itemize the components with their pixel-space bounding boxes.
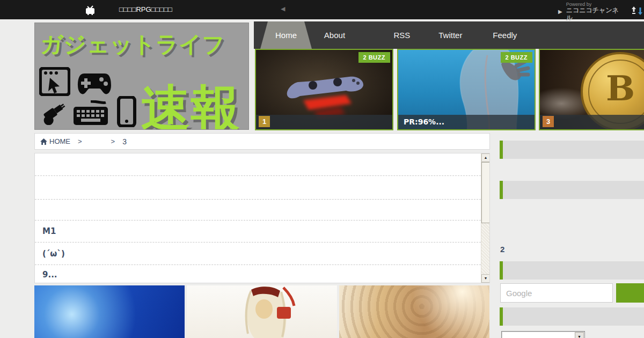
main-nav: Home About RSS Twitter Feedly xyxy=(254,21,644,49)
gamepad-icon xyxy=(77,71,112,96)
featured-article-3[interactable]: B 3 xyxy=(539,49,644,130)
home-icon xyxy=(40,138,47,145)
scrollbar-thumb[interactable] xyxy=(481,162,490,223)
breadcrumb-home-label: HOME xyxy=(49,137,70,145)
buzz-badge: 2 BUZZ xyxy=(358,52,391,63)
sidebar-widget-header xyxy=(500,307,644,326)
site-logo-text-line1: ガジェットライフ xyxy=(40,30,246,60)
article-thumbnail-underwater[interactable] xyxy=(34,285,185,338)
article-list-item[interactable]: (´ω`) xyxy=(35,243,481,265)
usb-plug-icon xyxy=(39,98,68,125)
smartphone-icon xyxy=(115,96,138,127)
article-list-item[interactable] xyxy=(35,200,481,221)
niconico-channel-label: ニコニコチャンネル xyxy=(566,7,625,22)
site-logo[interactable]: ガジェットライフ xyxy=(34,23,249,130)
browser-cursor-icon xyxy=(39,67,70,96)
dropdown-arrow-icon: ▼ xyxy=(575,332,584,338)
tv-icon[interactable] xyxy=(84,3,97,18)
breadcrumb-separator: > xyxy=(111,137,115,145)
channel-title[interactable]: □□□□RPG□□□□□ xyxy=(119,5,172,13)
site-logo-text-line2: 速報 xyxy=(141,83,240,130)
featured-caption: PR:96%... xyxy=(398,115,535,129)
article-list-item[interactable] xyxy=(35,176,481,200)
sidebar-count-label: 2 xyxy=(500,245,504,254)
tab-feedly[interactable]: Feedly xyxy=(484,21,526,49)
article-list-item[interactable]: M1 xyxy=(35,221,481,243)
featured-article-1[interactable]: 2 BUZZ 1 xyxy=(255,49,393,130)
google-search-input[interactable] xyxy=(500,283,613,303)
sidebar-widget-header xyxy=(500,181,644,199)
search-button[interactable] xyxy=(616,283,644,303)
powered-by-block[interactable]: ▶ Powered by ニコニコチャンネル xyxy=(558,2,644,22)
article-thumbnail-hairstyle[interactable] xyxy=(339,285,489,338)
breadcrumb-current-page: 3 xyxy=(122,137,127,146)
breadcrumb-home-link[interactable]: HOME xyxy=(40,137,70,145)
tab-twitter[interactable]: Twitter xyxy=(429,21,472,49)
featured-caption xyxy=(540,115,644,129)
caret-right-icon: ▶ xyxy=(558,9,562,14)
tab-about[interactable]: About xyxy=(316,21,353,49)
scrollbar-down-arrow-icon[interactable]: ▼ xyxy=(481,274,490,283)
tab-rss[interactable]: RSS xyxy=(386,21,418,49)
rank-badge: 3 xyxy=(543,116,554,127)
tab-home[interactable]: Home xyxy=(260,21,312,49)
article-list: M1 (´ω`) 9... ▲ ▼ xyxy=(34,153,490,283)
rank-badge: 1 xyxy=(259,116,270,127)
collapse-left-icon[interactable]: ◀ xyxy=(281,5,285,12)
featured-article-2[interactable]: 2 BUZZ PR:96%... xyxy=(397,49,536,130)
breadcrumb-separator: > xyxy=(78,137,82,145)
list-scrollbar[interactable]: ▲ ▼ xyxy=(481,153,489,283)
upload-download-arrows-icon[interactable] xyxy=(630,5,644,19)
breadcrumb: HOME > > 3 xyxy=(34,133,490,150)
archive-dropdown[interactable]: ▼ xyxy=(501,331,585,338)
keyboard-icon xyxy=(72,100,109,126)
scrollbar-up-arrow-icon[interactable]: ▲ xyxy=(481,153,490,162)
buzz-badge: 2 BUZZ xyxy=(501,52,533,63)
sidebar-widget-header xyxy=(500,141,644,159)
logo-gadget-icons xyxy=(39,67,141,129)
article-list-item[interactable]: 9... xyxy=(35,265,481,283)
article-thumbnail-anime[interactable] xyxy=(187,285,337,338)
top-bar: □□□□RPG□□□□□ ◀ ▶ Powered by ニコニコチャンネル xyxy=(0,0,644,19)
page: □□□□RPG□□□□□ ◀ ▶ Powered by ニコニコチャンネル ガジ… xyxy=(0,0,644,338)
article-list-item[interactable] xyxy=(35,153,481,176)
sidebar-widget-header xyxy=(500,261,644,280)
featured-caption xyxy=(256,115,392,129)
